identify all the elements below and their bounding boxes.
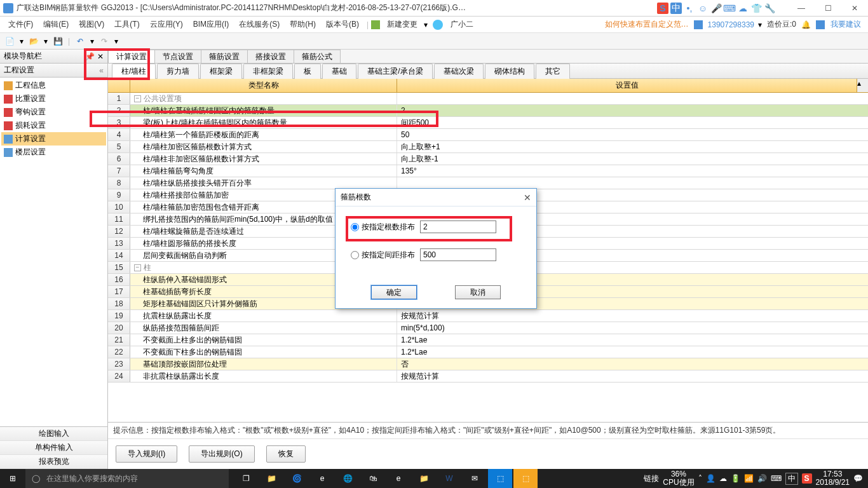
tray-volume-icon[interactable]: 🔊 [757,474,767,483]
menu-help[interactable]: 帮助(H) [285,17,321,33]
app-swirl-icon[interactable]: 🌀 [285,469,309,488]
taskbar-search[interactable]: ◯ 在这里输入你要搜索的内容 [25,469,229,488]
expand-icon[interactable]: − [134,95,141,102]
tab2-foundmainbeam[interactable]: 基础主梁/承台梁 [358,64,432,79]
row-value[interactable]: 135° [397,165,868,177]
table-row[interactable]: 5柱/墙柱加密区箍筋根数计算方式向上取整+1 [108,141,868,153]
tab2-nonframebeam[interactable]: 非框架梁 [243,64,293,79]
tray-onedrive-icon[interactable]: ☁ [719,474,727,483]
tb-dd1[interactable]: ▾ [20,37,24,46]
tray-up-icon[interactable]: ˄ [698,474,702,483]
table-row[interactable]: 23基础顶部按嵌固部位处理否 [108,358,868,370]
cpu-meter[interactable]: 36% CPU使用 [663,470,694,487]
tab2-column[interactable]: 柱/墙柱 [112,64,156,79]
expand-icon[interactable]: − [134,264,141,271]
menu-bim[interactable]: BIM应用(I) [188,17,234,33]
app-ggj-icon[interactable]: ⬚ [488,469,512,488]
radio-by-count-input[interactable] [351,223,359,231]
sidebar-sub-chevron-icon[interactable]: « [99,66,104,75]
tab2-framebeam[interactable]: 框架梁 [200,64,242,79]
scroll-up-icon[interactable]: ▴ [857,79,868,92]
tab-formula[interactable]: 箍筋公式 [294,50,341,63]
sogou-icon[interactable]: S [657,3,668,14]
app-mail-icon[interactable]: ✉ [463,469,487,488]
promo-link[interactable]: 如何快速布置自定义范… [600,19,694,30]
menu-view[interactable]: 视图(V) [74,17,109,33]
redo-icon[interactable]: ↷ [98,35,111,48]
app-explorer-icon[interactable]: 📁 [412,469,436,488]
tray-people-icon[interactable]: 👤 [706,474,715,483]
row-value[interactable]: 1.2*Lae [397,334,868,346]
ime-tool-icon[interactable]: 🔧 [764,3,775,14]
tab2-masonry[interactable]: 砌体结构 [485,64,534,79]
tab2-slab[interactable]: 板 [294,64,321,79]
dropdown-icon[interactable]: ▾ [424,20,428,29]
nav-weight[interactable]: 比重设置 [1,92,106,105]
nav-calc-settings[interactable]: 计算设置 [1,132,106,146]
row-value[interactable]: 间距500 [397,117,868,128]
ime-cloud-icon[interactable]: ☁ [737,3,749,14]
table-row[interactable]: 21不变截面上柱多出的钢筋锚固1.2*Lae [108,334,868,346]
btn-import-rules[interactable]: 导入规则(I) [116,445,177,463]
menu-online[interactable]: 在线服务(S) [234,17,285,33]
ime-punct-icon[interactable]: •, [684,3,695,14]
row-value[interactable] [397,93,868,104]
nav-project-info[interactable]: 工程信息 [1,79,106,92]
new-icon[interactable]: 📄 [3,35,16,48]
table-row[interactable]: 2柱/墙柱在基础插筋锚固区内的箍筋数量2 [108,105,868,117]
table-row[interactable]: 22不变截面下柱多出的钢筋锚固1.2*Lae [108,346,868,358]
dialog-close-icon[interactable]: ✕ [524,193,531,203]
table-row[interactable]: 20纵筋搭接范围箍筋间距min(5*d,100) [108,322,868,334]
nav-hook[interactable]: 弯钩设置 [1,105,106,119]
tray-sogou-icon[interactable]: S [802,473,812,484]
username[interactable]: 广小二 [445,17,478,33]
tab2-foundsecbeam[interactable]: 基础次梁 [434,64,484,79]
app-folder-icon[interactable]: 📁 [259,469,283,488]
dialog-ok-button[interactable]: 确定 [371,285,417,299]
row-value[interactable]: 向上取整+1 [397,141,868,152]
minimize-button[interactable]: — [788,0,815,17]
app-store-icon[interactable]: 🛍 [361,469,385,488]
row-value[interactable]: 否 [397,358,868,370]
btn-single-input[interactable]: 单构件输入 [0,441,107,455]
table-row[interactable]: 6柱/墙柱非加密区箍筋根数计算方式向上取整-1 [108,153,868,165]
sidebar-close-icon[interactable]: ✕ [97,52,104,61]
app-ie-icon[interactable]: e [386,469,410,488]
row-value[interactable]: 按规范计算 [397,370,868,382]
row-value[interactable] [397,177,868,189]
tb-dd3[interactable]: ▾ [90,37,94,46]
ime-badge[interactable]: 中 [670,3,682,14]
table-row[interactable]: 4柱/墙柱第一个箍筋距楼板面的距离50 [108,129,868,141]
btn-draw-input[interactable]: 绘图输入 [0,427,107,441]
tab2-other[interactable]: 其它 [536,64,570,79]
app-edge-icon[interactable]: e [310,469,334,488]
ime-mic-icon[interactable]: 🎤 [710,3,722,14]
input-count[interactable] [420,220,496,233]
start-button[interactable]: ⊞ [0,469,25,488]
row-value[interactable]: 1.2*Lae [397,346,868,358]
input-spacing[interactable] [420,248,496,261]
menu-version[interactable]: 版本号(B) [321,17,364,33]
dialog-cancel-button[interactable]: 取消 [455,285,501,299]
app-browser-icon[interactable]: 🌐 [336,469,360,488]
undo-icon[interactable]: ↶ [74,35,86,48]
ime-smile-icon[interactable]: ☺ [697,3,709,14]
pin-icon[interactable]: 📌 [85,52,95,61]
radio-by-spacing[interactable]: 按指定间距排布 [351,250,415,261]
nav-floor[interactable]: 楼层设置 [1,146,106,159]
menu-file[interactable]: 文件(F) [3,17,38,33]
feedback-link[interactable]: 我要建议 [827,19,865,30]
menu-newchange[interactable]: 新建变更 [382,17,423,33]
tab-calc-settings[interactable]: 计算设置 [108,50,155,63]
btn-export-rules[interactable]: 导出规则(O) [189,445,254,463]
app-gcl-icon[interactable]: ⬚ [513,469,538,488]
radio-by-count[interactable]: 按指定根数排布 [351,222,415,233]
nav-loss[interactable]: 损耗设置 [1,119,106,132]
tb-dd4[interactable]: ▾ [114,37,118,46]
phone-link[interactable]: 13907298339 [704,20,758,29]
row-value[interactable]: 2 [397,105,868,116]
tray-notifications-icon[interactable]: 💬 [853,474,863,483]
ime-keyboard-icon[interactable]: ⌨ [724,3,735,14]
tab-lap[interactable]: 搭接设置 [247,50,294,63]
menu-edit[interactable]: 编辑(E) [38,17,74,33]
